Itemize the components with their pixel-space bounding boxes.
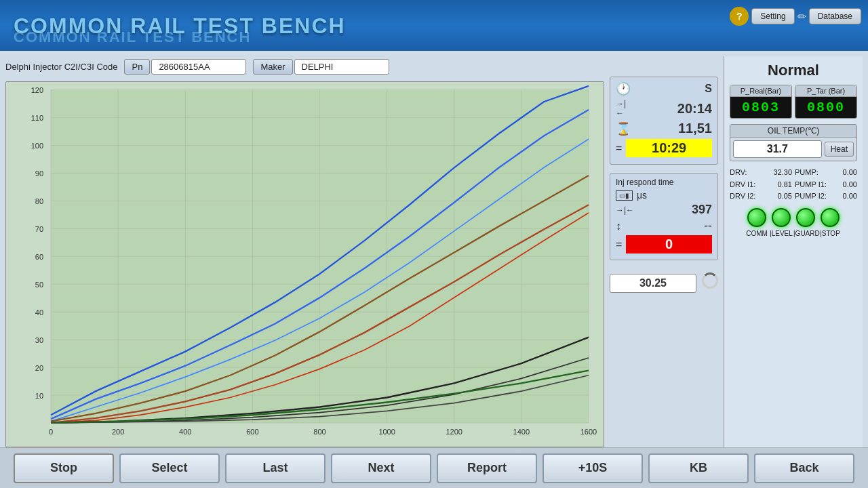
app-subtitle: COMMON RAIL TEST BENCH [14,28,251,46]
pn-label: Pn [124,59,150,75]
inj-respond-row: →|← 397 [616,203,712,217]
arrow-time-icon: →|← [616,99,631,118]
pump-value: 0.00 [832,167,857,179]
database-button[interactable]: Database [809,8,861,24]
oil-temp-section: OIL TEMP(℃) 31.7 Heat [730,124,857,161]
inj-respond-value: 397 [692,203,712,217]
drv-i2-value: 0.05 [767,190,792,203]
time-elapsed-row: →|← 20:14 [616,99,712,118]
svg-text:40: 40 [35,308,43,317]
drv-i1-label: DRV I1: [730,179,764,191]
last-button[interactable]: Last [225,453,326,483]
time-value: 20:14 [635,101,712,117]
p-real-title: P_Real(Bar) [730,85,791,97]
waveform-icon: ▭▮ [616,190,633,201]
inj-wave-row: ▭▮ μs [616,190,712,201]
pump-i1-label: PUMP I1: [795,179,829,191]
svg-text:100: 100 [31,142,43,150]
drv-row: DRV: 32.30 PUMP: 0.00 [730,167,857,179]
report-button[interactable]: Report [437,453,537,483]
drv-i1-row: DRV I1: 0.81 PUMP I1: 0.00 [730,179,857,191]
equals-icon: = [616,142,622,155]
down-arrow-icon: ↕ [616,220,621,232]
right-panel: Normal P_Real(Bar) 0803 P_Tar (Bar) 0800… [724,56,863,447]
middle-panel: 🕐 S →|← 20:14 ⌛ 11,51 = 10:29 Inj respon… [610,56,718,447]
svg-text:400: 400 [179,428,191,436]
svg-text:90: 90 [35,169,43,178]
indicators-row [747,208,840,227]
p-real-box: P_Real(Bar) 0803 [730,85,792,119]
svg-text:60: 60 [35,253,43,261]
inj-zero-row: = 0 [616,235,712,253]
params-section: DRV: 32.30 PUMP: 0.00 DRV I1: 0.81 PUMP … [730,167,857,203]
injector-description: Delphi Injector C2I/C3I Code [5,62,117,72]
ind-label-guard: |GUARD [793,230,818,237]
stop-button[interactable]: Stop [14,453,114,483]
svg-text:1400: 1400 [513,428,530,436]
inj-zero-value: 0 [626,235,712,253]
speed-section: 30.25 [610,268,718,293]
plus10s-button[interactable]: +10S [542,453,643,483]
oil-temp-row: 31.7 Heat [730,138,856,161]
bottom-bar: Stop Select Last Next Report +10S KB Bac… [0,447,868,488]
chart-svg: 120 110 100 90 80 70 60 50 40 30 20 10 0… [6,82,604,447]
clock-icon: 🕐 [616,81,631,96]
kb-button[interactable]: KB [648,453,749,483]
drv-i1-value: 0.81 [767,179,792,191]
status-label: Normal [730,62,857,79]
time-unit-s: S [705,83,712,95]
drv-label: DRV: [730,167,764,179]
oil-temp-title: OIL TEMP(℃) [730,125,856,138]
heat-button[interactable]: Heat [825,142,854,157]
main-area: Delphi Injector C2I/C3I Code Pn 28606815… [0,51,868,447]
svg-text:600: 600 [246,428,258,436]
pn-value: 28606815AA [151,59,246,75]
pencil-icon[interactable]: ✏ [797,10,806,23]
next-button[interactable]: Next [331,453,431,483]
pump-i2-label: PUMP I2: [795,190,829,203]
indicator-comm [747,208,766,227]
pump-i2-value: 0.00 [832,190,857,203]
maker-value: DELPHI [294,59,389,75]
drv-i2-label: DRV I2: [730,190,764,203]
svg-text:70: 70 [35,225,43,233]
time-panel: 🕐 S →|← 20:14 ⌛ 11,51 = 10:29 [610,77,718,165]
svg-text:30: 30 [35,336,43,344]
indicators-labels: COMM |LEVEL |GUARD |STOP [745,230,842,237]
svg-text:800: 800 [313,428,326,436]
back-button[interactable]: Back [754,453,854,483]
help-icon[interactable]: ? [730,7,749,26]
left-panel: Delphi Injector C2I/C3I Code Pn 28606815… [5,56,604,447]
pump-label: PUMP: [795,167,829,179]
select-button[interactable]: Select [119,453,220,483]
loading-spinner [702,272,718,289]
elapsed-value: 11,51 [635,121,712,136]
equals-inj-icon: = [616,239,622,251]
setting-button[interactable]: Setting [751,8,794,24]
svg-text:10: 10 [35,391,43,399]
inj-unit: μs [637,190,647,201]
svg-text:80: 80 [35,197,43,205]
svg-text:1600: 1600 [580,428,597,436]
p-tar-title: P_Tar (Bar) [795,85,856,97]
indicators-section: COMM |LEVEL |GUARD |STOP [730,208,857,237]
time-header-row: 🕐 S [616,81,712,96]
drv-value: 32.30 [767,167,792,179]
svg-text:120: 120 [31,86,43,94]
inj-down-row: ↕ -- [616,219,712,233]
highlight-row: = 10:29 [616,139,712,157]
header-actions: ? Setting ✏ Database [730,7,861,26]
indicator-stop [821,208,840,227]
pump-i1-value: 0.00 [832,179,857,191]
chart-container: 120 110 100 90 80 70 60 50 40 30 20 10 0… [5,81,604,447]
inj-title: Inj respond time [616,178,712,187]
highlight-time: 10:29 [626,139,712,157]
oil-temp-value: 31.7 [733,140,822,158]
indicator-guard [796,208,815,227]
hourglass-icon: ⌛ [616,121,631,136]
pn-box: Pn 28606815AA [124,59,246,75]
maker-label: Maker [253,59,292,75]
ind-label-level: |LEVEL [769,230,793,237]
p-tar-box: P_Tar (Bar) 0800 [795,85,857,119]
svg-text:200: 200 [112,428,124,436]
